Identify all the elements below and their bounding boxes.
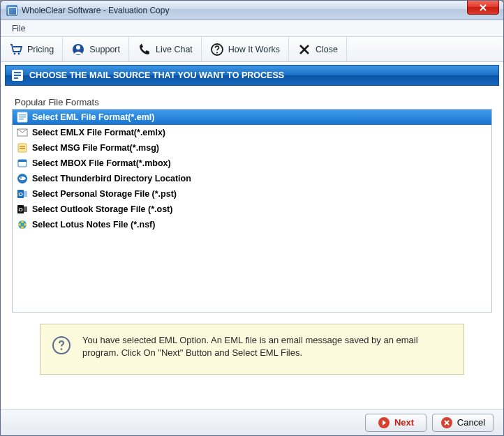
svg-point-29 (18, 223, 21, 226)
svg-rect-19 (18, 160, 27, 162)
format-label: Select Thunderbird Directory Location (32, 174, 191, 183)
toolbar-pricing-label: Pricing (27, 45, 54, 54)
cancel-button[interactable]: Cancel (432, 414, 494, 432)
close-icon (479, 3, 487, 12)
outlook-pst-icon: O (17, 188, 28, 200)
format-list: Select EML File Format(*.eml) Select EML… (12, 109, 492, 313)
format-ost[interactable]: O Select Outlook Storage File (*.ost) (13, 202, 491, 217)
format-label: Select Outlook Storage File (*.ost) (32, 204, 172, 214)
format-label: Select Personal Storage File (*.pst) (32, 189, 177, 199)
format-pst[interactable]: O Select Personal Storage File (*.pst) (13, 186, 491, 202)
format-eml[interactable]: Select EML File Format(*.eml) (13, 110, 491, 125)
toolbar-support-label: Support (89, 45, 120, 54)
eml-icon (17, 112, 28, 123)
svg-point-30 (24, 223, 27, 226)
section-banner: CHOOSE THE MAIL SOURCE THAT YOU WANT TO … (5, 65, 499, 86)
svg-rect-9 (14, 77, 18, 79)
cancel-icon (440, 416, 453, 429)
svg-rect-11 (19, 114, 26, 116)
footer: Next Cancel (1, 409, 503, 435)
svg-point-5 (216, 52, 218, 53)
toolbar-pricing[interactable]: Pricing (1, 37, 63, 61)
menu-file[interactable]: File (6, 22, 31, 36)
svg-rect-27 (24, 206, 27, 212)
svg-point-32 (21, 226, 24, 229)
mbox-icon (17, 158, 28, 169)
format-msg[interactable]: Select MSG File Format(*.msg) (13, 140, 491, 156)
svg-point-1 (18, 52, 20, 54)
format-label: Select EMLX File Format(*.emlx) (32, 128, 165, 137)
svg-rect-24 (24, 191, 27, 197)
titlebar: WholeClear Software - Evaluation Copy (1, 1, 503, 20)
toolbar-howitworks-label: How It Works (228, 45, 280, 54)
x-icon (297, 43, 311, 57)
toolbar-support[interactable]: Support (63, 37, 129, 61)
svg-text:O: O (18, 206, 22, 213)
svg-rect-12 (19, 116, 26, 118)
next-button[interactable]: Next (365, 414, 427, 432)
mail-source-icon (11, 69, 24, 82)
svg-rect-7 (14, 72, 21, 73)
question-icon (210, 43, 224, 57)
window-close-button[interactable] (467, 1, 499, 15)
cancel-label: Cancel (457, 417, 485, 428)
menubar: File (1, 20, 503, 37)
app-icon (6, 5, 17, 16)
info-text: You have selected EML Option. An EML fil… (82, 334, 452, 359)
format-mbox[interactable]: Select MBOX File Format(*.mbox) (13, 156, 491, 171)
svg-rect-16 (20, 146, 25, 147)
toolbar-howitworks[interactable]: How It Works (202, 37, 289, 61)
svg-rect-8 (14, 75, 21, 76)
format-nsf[interactable]: Select Lotus Notes File (*.nsf) (13, 217, 491, 232)
format-thunderbird[interactable]: Select Thunderbird Directory Location (13, 171, 491, 186)
group-label: Popular File Formats (15, 97, 492, 107)
svg-point-21 (20, 177, 22, 179)
info-panel: You have selected EML Option. An EML fil… (40, 324, 464, 375)
cart-icon (9, 43, 23, 57)
info-icon (52, 336, 71, 355)
toolbar-livechat-label: Live Chat (156, 45, 193, 54)
support-icon (71, 43, 85, 57)
toolbar-close[interactable]: Close (289, 37, 347, 61)
phone-icon (138, 43, 151, 57)
format-label: Select MSG File Format(*.msg) (32, 143, 159, 153)
thunderbird-icon (17, 173, 28, 184)
toolbar: Pricing Support Live Chat How It Works C… (1, 37, 503, 62)
svg-point-0 (14, 52, 16, 54)
toolbar-close-label: Close (316, 45, 338, 54)
next-label: Next (394, 417, 414, 428)
format-emlx[interactable]: Select EMLX File Format(*.emlx) (13, 125, 491, 140)
svg-point-3 (76, 45, 80, 50)
format-label: Select MBOX File Format(*.mbox) (32, 158, 171, 168)
format-label: Select Lotus Notes File (*.nsf) (32, 220, 155, 230)
svg-text:O: O (18, 191, 22, 197)
svg-rect-17 (20, 148, 25, 149)
envelope-icon (17, 127, 28, 138)
svg-rect-13 (19, 119, 24, 120)
msg-icon (17, 142, 28, 153)
content-area: Popular File Formats Select EML File For… (1, 86, 503, 409)
lotus-notes-icon (17, 219, 28, 230)
format-label: Select EML File Format(*.eml) (32, 112, 155, 122)
outlook-ost-icon: O (17, 204, 28, 215)
app-window: WholeClear Software - Evaluation Copy Fi… (0, 0, 504, 436)
window-title: WholeClear Software - Evaluation Copy (22, 6, 169, 15)
svg-point-34 (61, 348, 63, 350)
toolbar-livechat[interactable]: Live Chat (129, 37, 202, 61)
svg-point-31 (21, 220, 24, 223)
banner-text: CHOOSE THE MAIL SOURCE THAT YOU WANT TO … (29, 70, 284, 80)
next-icon (378, 416, 390, 429)
